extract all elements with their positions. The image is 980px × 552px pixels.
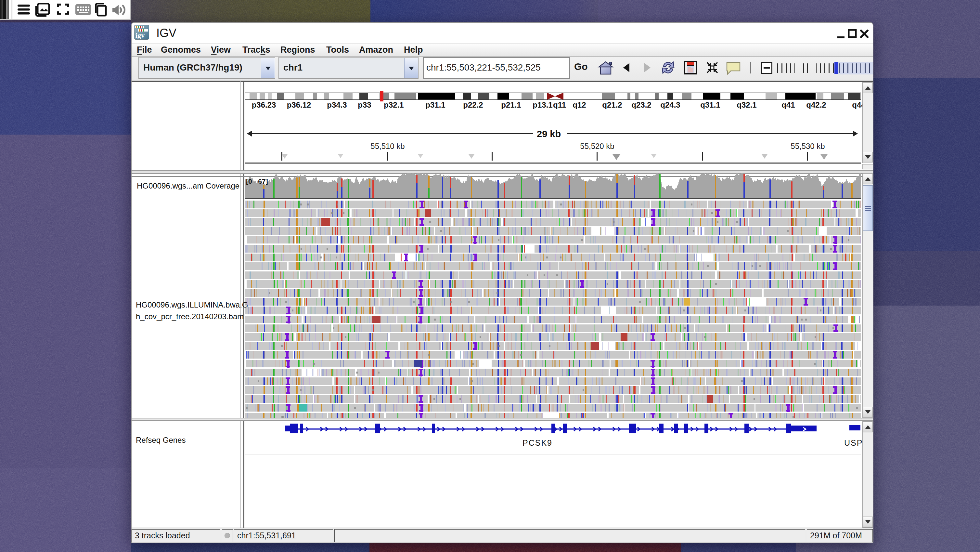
svg-text:igv: igv [135, 31, 145, 39]
